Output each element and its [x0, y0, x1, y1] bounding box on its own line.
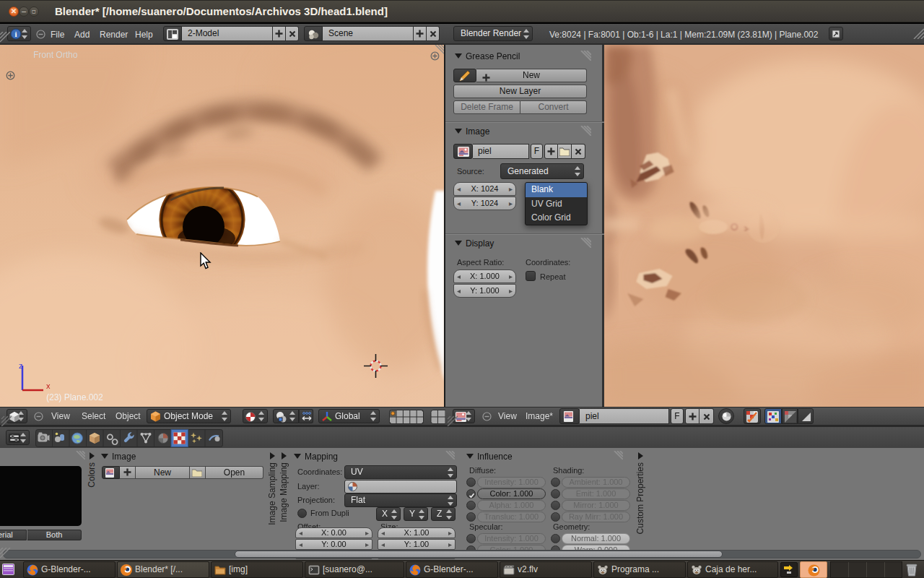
svg-text:z: z: [19, 361, 23, 370]
svg-text:x: x: [46, 381, 51, 390]
svg-text:i: i: [14, 30, 17, 38]
